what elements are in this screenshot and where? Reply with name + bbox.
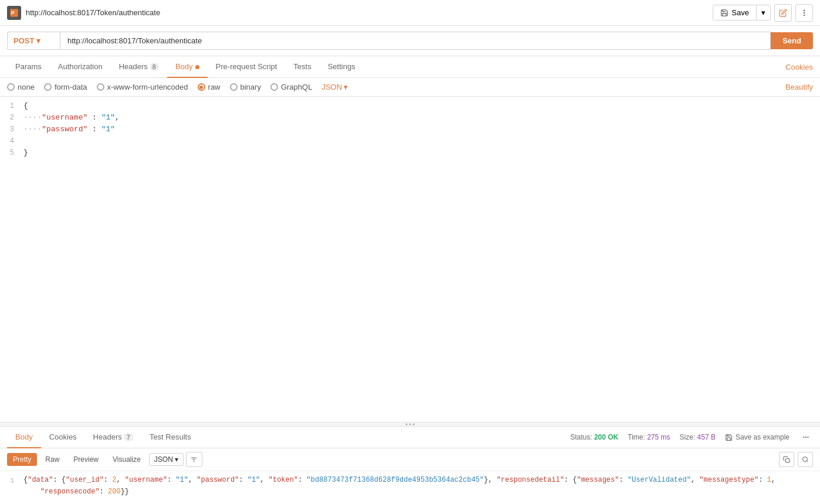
body-type-binary[interactable]: binary xyxy=(230,83,261,91)
svg-point-7 xyxy=(413,424,415,425)
body-type-selector: none form-data x-www-form-urlencoded raw… xyxy=(0,78,820,97)
response-line-2: "responsecode": 200}} xyxy=(0,488,820,499)
response-tab-cookies[interactable]: Cookies xyxy=(41,427,85,448)
response-json-select[interactable]: JSON ▾ xyxy=(149,453,184,466)
tab-authorization[interactable]: Authorization xyxy=(50,56,111,78)
postman-icon: P xyxy=(7,6,21,20)
response-copy-button[interactable] xyxy=(779,452,794,467)
code-line-1: 1 { xyxy=(0,101,820,113)
response-format-row: Pretty Raw Preview Visualize JSON ▾ xyxy=(0,448,820,471)
svg-text:P: P xyxy=(11,10,15,16)
tab-settings[interactable]: Settings xyxy=(320,56,364,78)
save-dropdown-button[interactable]: ▾ xyxy=(756,5,770,20)
response-tab-test-results[interactable]: Test Results xyxy=(141,427,199,448)
code-line-5: 5 } xyxy=(0,148,820,160)
cookies-link[interactable]: Cookies xyxy=(785,63,813,71)
request-body-editor[interactable]: 1 { 2 ····"username" : "1", 3 ····"passw… xyxy=(0,97,820,422)
svg-point-2 xyxy=(804,10,804,11)
body-type-graphql[interactable]: GraphQL xyxy=(270,83,312,91)
radio-urlencoded xyxy=(97,83,104,91)
svg-point-5 xyxy=(406,424,408,425)
code-line-4: 4 xyxy=(0,137,820,148)
response-search-button[interactable] xyxy=(798,452,813,467)
top-bar-left: P http://localhost:8017/Token/authentica… xyxy=(7,6,160,20)
response-tabs-row: Body Cookies Headers7 Test Results Statu… xyxy=(0,427,820,448)
body-type-raw[interactable]: raw xyxy=(198,83,221,91)
top-bar: P http://localhost:8017/Token/authentica… xyxy=(0,0,820,26)
tab-body[interactable]: Body xyxy=(167,56,208,78)
beautify-button[interactable]: Beautify xyxy=(785,83,813,91)
response-line-1: 1 {"data": {"user_id": 2, "username": "1… xyxy=(0,476,820,488)
save-as-example-button[interactable]: Save as example xyxy=(725,433,789,441)
window-url-title: http://localhost:8017/Token/authenticate xyxy=(26,8,160,17)
response-tab-body[interactable]: Body xyxy=(7,427,41,448)
pane-divider[interactable] xyxy=(0,422,820,427)
radio-none xyxy=(7,83,15,91)
fmt-tab-raw[interactable]: Raw xyxy=(39,453,65,466)
response-body: 1 {"data": {"user_id": 2, "username": "1… xyxy=(0,471,820,504)
radio-binary xyxy=(230,83,238,91)
svg-point-6 xyxy=(409,424,411,425)
send-button[interactable]: Send xyxy=(771,32,813,49)
fmt-tab-preview[interactable]: Preview xyxy=(67,453,104,466)
response-status-area: Status: 200 OK Time: 275 ms Size: 457 B … xyxy=(570,430,813,444)
main-content: POST ▾ Send Params Authorization Headers… xyxy=(0,26,820,504)
svg-point-3 xyxy=(804,12,804,13)
svg-line-16 xyxy=(807,461,808,462)
body-type-none[interactable]: none xyxy=(7,83,35,91)
tab-tests[interactable]: Tests xyxy=(285,56,319,78)
response-filter-button[interactable] xyxy=(186,452,202,467)
request-tabs-row: Params Authorization Headers8 Body Pre-r… xyxy=(0,56,820,78)
tab-headers[interactable]: Headers8 xyxy=(111,56,167,78)
fmt-tab-pretty[interactable]: Pretty xyxy=(7,453,37,466)
tab-params[interactable]: Params xyxy=(7,56,50,78)
top-bar-right: Save ▾ xyxy=(713,4,813,22)
radio-raw xyxy=(198,83,205,91)
response-section: Body Cookies Headers7 Test Results Statu… xyxy=(0,427,820,504)
json-type-select[interactable]: JSON ▾ xyxy=(321,83,348,91)
radio-form-data xyxy=(44,83,52,91)
response-right-icons xyxy=(779,452,813,467)
svg-point-10 xyxy=(808,437,809,438)
svg-point-15 xyxy=(803,457,808,462)
radio-graphql xyxy=(270,83,278,91)
edit-icon-button[interactable] xyxy=(774,4,792,22)
svg-point-4 xyxy=(804,15,804,15)
response-more-button[interactable] xyxy=(799,430,813,444)
body-type-urlencoded[interactable]: x-www-form-urlencoded xyxy=(97,83,188,91)
svg-rect-14 xyxy=(786,459,790,463)
fmt-tab-visualize[interactable]: Visualize xyxy=(107,453,147,466)
save-button[interactable]: Save xyxy=(713,5,756,20)
svg-point-8 xyxy=(804,437,805,438)
code-line-2: 2 ····"username" : "1", xyxy=(0,113,820,125)
body-type-form-data[interactable]: form-data xyxy=(44,83,87,91)
method-select[interactable]: POST ▾ xyxy=(7,32,60,50)
svg-point-9 xyxy=(805,437,807,438)
url-input[interactable] xyxy=(60,32,771,50)
url-bar: POST ▾ Send xyxy=(0,26,820,56)
tab-pre-request-script[interactable]: Pre-request Script xyxy=(208,56,286,78)
code-line-3: 3 ····"password" : "1" xyxy=(0,125,820,137)
response-tab-headers[interactable]: Headers7 xyxy=(85,427,141,448)
more-options-button[interactable] xyxy=(795,4,813,22)
save-button-group[interactable]: Save ▾ xyxy=(713,5,771,21)
